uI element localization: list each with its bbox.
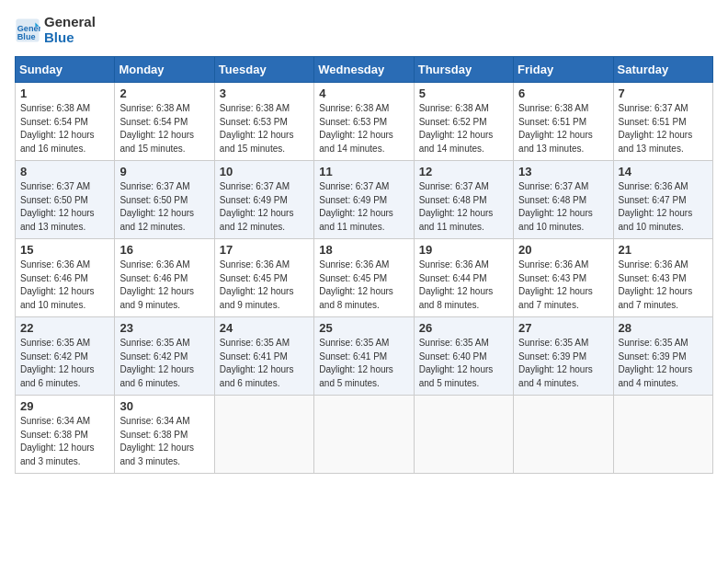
day-number: 16 [119,243,209,257]
day-number: 25 [319,321,408,335]
calendar-cell [314,396,414,474]
day-info: Sunrise: 6:37 AM Sunset: 6:50 PM Dayligh… [20,180,109,234]
calendar-cell: 12Sunrise: 6:37 AM Sunset: 6:48 PM Dayli… [414,161,513,239]
day-number: 10 [220,165,309,178]
day-number: 24 [220,321,309,335]
calendar-cell: 5Sunrise: 6:38 AM Sunset: 6:52 PM Daylig… [414,83,513,161]
day-number: 29 [20,399,109,413]
calendar-cell: 1Sunrise: 6:38 AM Sunset: 6:54 PM Daylig… [16,83,115,161]
weekday-header-tuesday: Tuesday [214,57,313,83]
calendar-cell: 11Sunrise: 6:37 AM Sunset: 6:49 PM Dayli… [314,161,414,239]
day-info: Sunrise: 6:34 AM Sunset: 6:38 PM Dayligh… [20,415,109,468]
calendar-cell: 15Sunrise: 6:36 AM Sunset: 6:46 PM Dayli… [16,239,115,317]
svg-text:Blue: Blue [17,31,36,40]
day-number: 17 [220,243,309,257]
day-info: Sunrise: 6:37 AM Sunset: 6:48 PM Dayligh… [419,180,508,234]
day-info: Sunrise: 6:38 AM Sunset: 6:53 PM Dayligh… [220,102,309,155]
day-number: 6 [518,86,608,100]
day-info: Sunrise: 6:37 AM Sunset: 6:50 PM Dayligh… [119,180,209,234]
day-number: 22 [20,321,109,335]
day-info: Sunrise: 6:35 AM Sunset: 6:42 PM Dayligh… [20,337,109,390]
day-number: 21 [619,243,708,257]
day-info: Sunrise: 6:36 AM Sunset: 6:45 PM Dayligh… [319,259,408,312]
calendar-table: SundayMondayTuesdayWednesdayThursdayFrid… [15,56,713,474]
day-number: 20 [518,243,608,257]
calendar-cell: 28Sunrise: 6:35 AM Sunset: 6:39 PM Dayli… [613,317,712,396]
day-info: Sunrise: 6:36 AM Sunset: 6:43 PM Dayligh… [619,259,708,312]
calendar-cell: 29Sunrise: 6:34 AM Sunset: 6:38 PM Dayli… [16,396,115,474]
day-info: Sunrise: 6:36 AM Sunset: 6:43 PM Dayligh… [518,259,608,312]
day-number: 1 [20,86,109,100]
logo: General Blue General Blue [15,15,96,45]
calendar-cell: 6Sunrise: 6:38 AM Sunset: 6:51 PM Daylig… [514,83,613,161]
calendar-cell [414,396,513,474]
calendar-cell: 7Sunrise: 6:37 AM Sunset: 6:51 PM Daylig… [613,83,712,161]
calendar-cell: 20Sunrise: 6:36 AM Sunset: 6:43 PM Dayli… [514,239,613,317]
calendar-cell [214,396,313,474]
calendar-cell: 18Sunrise: 6:36 AM Sunset: 6:45 PM Dayli… [314,239,414,317]
day-info: Sunrise: 6:34 AM Sunset: 6:38 PM Dayligh… [119,415,209,468]
calendar-cell: 22Sunrise: 6:35 AM Sunset: 6:42 PM Dayli… [16,317,115,396]
weekday-header-thursday: Thursday [414,57,513,83]
day-info: Sunrise: 6:38 AM Sunset: 6:51 PM Dayligh… [518,102,608,155]
day-number: 15 [20,243,109,257]
day-number: 13 [518,165,608,178]
calendar-cell: 27Sunrise: 6:35 AM Sunset: 6:39 PM Dayli… [514,317,613,396]
day-info: Sunrise: 6:38 AM Sunset: 6:54 PM Dayligh… [20,102,109,155]
day-number: 14 [619,165,708,178]
calendar-cell: 2Sunrise: 6:38 AM Sunset: 6:54 PM Daylig… [115,83,214,161]
day-number: 8 [20,165,109,178]
day-number: 11 [319,165,408,178]
day-number: 12 [419,165,508,178]
day-info: Sunrise: 6:36 AM Sunset: 6:44 PM Dayligh… [419,259,508,312]
weekday-header-sunday: Sunday [16,57,115,83]
day-number: 2 [119,86,209,100]
day-info: Sunrise: 6:35 AM Sunset: 6:39 PM Dayligh… [619,337,708,390]
day-number: 9 [119,165,209,178]
day-info: Sunrise: 6:37 AM Sunset: 6:49 PM Dayligh… [319,180,408,234]
weekday-header-saturday: Saturday [613,57,712,83]
day-number: 23 [119,321,209,335]
calendar-cell: 8Sunrise: 6:37 AM Sunset: 6:50 PM Daylig… [16,161,115,239]
day-info: Sunrise: 6:37 AM Sunset: 6:48 PM Dayligh… [518,180,608,234]
day-number: 27 [518,321,608,335]
calendar-cell: 19Sunrise: 6:36 AM Sunset: 6:44 PM Dayli… [414,239,513,317]
logo-icon: General Blue [15,17,40,43]
weekday-header-friday: Friday [514,57,613,83]
calendar-cell: 14Sunrise: 6:36 AM Sunset: 6:47 PM Dayli… [613,161,712,239]
calendar-cell: 10Sunrise: 6:37 AM Sunset: 6:49 PM Dayli… [214,161,313,239]
weekday-header-monday: Monday [115,57,214,83]
day-info: Sunrise: 6:36 AM Sunset: 6:46 PM Dayligh… [20,259,109,312]
page-header: General Blue General Blue [15,15,713,45]
calendar-cell: 25Sunrise: 6:35 AM Sunset: 6:41 PM Dayli… [314,317,414,396]
day-number: 4 [319,86,408,100]
day-number: 30 [119,399,209,413]
day-info: Sunrise: 6:36 AM Sunset: 6:46 PM Dayligh… [119,259,209,312]
day-info: Sunrise: 6:36 AM Sunset: 6:45 PM Dayligh… [220,259,309,312]
calendar-cell: 3Sunrise: 6:38 AM Sunset: 6:53 PM Daylig… [214,83,313,161]
day-info: Sunrise: 6:35 AM Sunset: 6:42 PM Dayligh… [119,337,209,390]
calendar-cell: 23Sunrise: 6:35 AM Sunset: 6:42 PM Dayli… [115,317,214,396]
day-number: 19 [419,243,508,257]
day-info: Sunrise: 6:35 AM Sunset: 6:40 PM Dayligh… [419,337,508,390]
day-number: 3 [220,86,309,100]
calendar-cell [613,396,712,474]
day-info: Sunrise: 6:37 AM Sunset: 6:51 PM Dayligh… [619,102,708,155]
calendar-cell: 4Sunrise: 6:38 AM Sunset: 6:53 PM Daylig… [314,83,414,161]
calendar-cell: 21Sunrise: 6:36 AM Sunset: 6:43 PM Dayli… [613,239,712,317]
logo-text: General Blue [44,15,96,45]
day-number: 7 [619,86,708,100]
day-info: Sunrise: 6:35 AM Sunset: 6:41 PM Dayligh… [319,337,408,390]
calendar-cell [514,396,613,474]
calendar-cell: 26Sunrise: 6:35 AM Sunset: 6:40 PM Dayli… [414,317,513,396]
day-info: Sunrise: 6:35 AM Sunset: 6:39 PM Dayligh… [518,337,608,390]
calendar-cell: 13Sunrise: 6:37 AM Sunset: 6:48 PM Dayli… [514,161,613,239]
day-info: Sunrise: 6:38 AM Sunset: 6:54 PM Dayligh… [119,102,209,155]
calendar-cell: 30Sunrise: 6:34 AM Sunset: 6:38 PM Dayli… [115,396,214,474]
day-info: Sunrise: 6:35 AM Sunset: 6:41 PM Dayligh… [220,337,309,390]
calendar-cell: 16Sunrise: 6:36 AM Sunset: 6:46 PM Dayli… [115,239,214,317]
day-number: 26 [419,321,508,335]
day-info: Sunrise: 6:37 AM Sunset: 6:49 PM Dayligh… [220,180,309,234]
day-number: 28 [619,321,708,335]
day-number: 5 [419,86,508,100]
